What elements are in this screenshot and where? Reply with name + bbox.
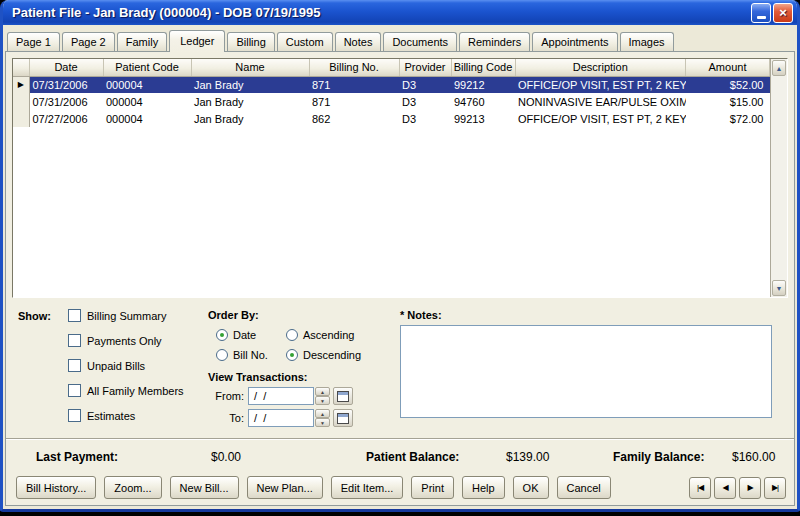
cell-billing-code: 99213 bbox=[451, 110, 515, 127]
print-button[interactable]: Print bbox=[411, 476, 454, 499]
from-date-input[interactable]: / / bbox=[248, 387, 314, 405]
radio-descending[interactable]: Descending bbox=[286, 349, 361, 361]
edit-item-button[interactable]: Edit Item... bbox=[331, 476, 404, 499]
next-record-button[interactable]: ▶ bbox=[739, 477, 761, 499]
cell-billing-no: 862 bbox=[309, 110, 399, 127]
checkbox-option-all-family-members[interactable]: All Family Members bbox=[68, 384, 208, 397]
checkbox-option-estimates[interactable]: Estimates bbox=[68, 409, 208, 422]
help-button[interactable]: Help bbox=[462, 476, 505, 499]
from-date-spinner: ▲ ▼ bbox=[315, 387, 330, 405]
cell-amount: $52.00 bbox=[686, 76, 770, 93]
checkbox-label: Estimates bbox=[87, 410, 135, 422]
column-header-patient-code[interactable]: Patient Code bbox=[103, 59, 191, 76]
cell-name: Jan Brady bbox=[191, 76, 309, 93]
from-calendar-button[interactable] bbox=[333, 387, 353, 405]
table-row[interactable]: 07/27/2006 000004 Jan Brady 862 D3 99213… bbox=[13, 110, 770, 127]
radio-date[interactable]: Date bbox=[216, 329, 286, 341]
panel-filler bbox=[6, 499, 794, 505]
tab-family[interactable]: Family bbox=[117, 32, 167, 51]
to-label: To: bbox=[208, 412, 244, 424]
tab-billing[interactable]: Billing bbox=[227, 32, 274, 51]
tab-appointments[interactable]: Appointments bbox=[532, 32, 617, 51]
new-plan-button[interactable]: New Plan... bbox=[247, 476, 323, 499]
last-payment-value: $0.00 bbox=[211, 450, 241, 464]
to-spin-down-button[interactable]: ▼ bbox=[315, 418, 330, 427]
zoom-button[interactable]: Zoom... bbox=[104, 476, 161, 499]
table-row[interactable]: ▶ 07/31/2006 000004 Jan Brady 871 D3 992… bbox=[13, 76, 770, 93]
calendar-icon bbox=[337, 391, 349, 402]
from-spin-up-button[interactable]: ▲ bbox=[315, 387, 330, 396]
tab-notes[interactable]: Notes bbox=[335, 32, 382, 51]
column-header-provider[interactable]: Provider bbox=[399, 59, 451, 76]
tab-custom[interactable]: Custom bbox=[277, 32, 333, 51]
to-date-spinner: ▲ ▼ bbox=[315, 409, 330, 427]
radio-date-circle[interactable] bbox=[216, 329, 228, 341]
radio-bill-no[interactable]: Bill No. bbox=[216, 349, 286, 361]
column-header-billing-code[interactable]: Billing Code bbox=[451, 59, 515, 76]
radio-bill-no-circle[interactable] bbox=[216, 349, 228, 361]
first-record-button[interactable]: |◀ bbox=[689, 477, 711, 499]
tab-strip: Page 1 Page 2 Family Ledger Billing Cust… bbox=[3, 25, 797, 51]
column-header-description[interactable]: Description bbox=[515, 59, 686, 76]
previous-record-icon: ◀ bbox=[722, 483, 727, 492]
cancel-button[interactable]: Cancel bbox=[557, 476, 611, 499]
bill-history-button[interactable]: Bill History... bbox=[16, 476, 96, 499]
close-icon: × bbox=[779, 6, 787, 19]
cell-description: OFFICE/OP VISIT, EST PT, 2 KEY COMPONENT bbox=[515, 76, 686, 93]
ok-button[interactable]: OK bbox=[513, 476, 549, 499]
ledger-grid: Date Patient Code Name Billing No. Provi… bbox=[12, 58, 788, 298]
radio-descending-circle[interactable] bbox=[286, 349, 298, 361]
checkbox-payments-only[interactable] bbox=[68, 334, 81, 347]
checkbox-estimates[interactable] bbox=[68, 409, 81, 422]
table-row[interactable]: 07/31/2006 000004 Jan Brady 871 D3 94760… bbox=[13, 93, 770, 110]
spin-down-icon: ▼ bbox=[320, 420, 325, 426]
tab-page-2[interactable]: Page 2 bbox=[62, 32, 115, 51]
cell-patient-code: 000004 bbox=[103, 76, 191, 93]
column-header-amount[interactable]: Amount bbox=[686, 59, 770, 76]
cell-billing-no: 871 bbox=[309, 93, 399, 110]
checkbox-option-unpaid-bills[interactable]: Unpaid Bills bbox=[68, 359, 208, 372]
tab-reminders[interactable]: Reminders bbox=[459, 32, 530, 51]
order-by-label: Order By: bbox=[208, 309, 386, 321]
checkbox-all-family-members[interactable] bbox=[68, 384, 81, 397]
notes-textarea[interactable] bbox=[400, 325, 772, 418]
to-date-input[interactable]: / / bbox=[248, 409, 314, 427]
scroll-down-button[interactable]: ▼ bbox=[772, 280, 786, 296]
from-spin-down-button[interactable]: ▼ bbox=[315, 396, 330, 405]
titlebar: Patient File - Jan Brady (000004) - DOB … bbox=[3, 0, 797, 25]
checkbox-option-payments-only[interactable]: Payments Only bbox=[68, 334, 208, 347]
checkbox-unpaid-bills[interactable] bbox=[68, 359, 81, 372]
checkbox-label: All Family Members bbox=[87, 385, 184, 397]
checkbox-billing-summary[interactable] bbox=[68, 309, 81, 322]
tab-documents[interactable]: Documents bbox=[383, 32, 457, 51]
balance-summary: Last Payment: $0.00 Patient Balance: $13… bbox=[6, 440, 794, 472]
column-header-date[interactable]: Date bbox=[29, 59, 103, 76]
scroll-down-icon: ▼ bbox=[776, 285, 783, 292]
vertical-scrollbar[interactable]: ▲ ▼ bbox=[770, 59, 787, 297]
radio-ascending-circle[interactable] bbox=[286, 329, 298, 341]
close-button[interactable]: × bbox=[773, 3, 793, 23]
new-bill-button[interactable]: New Bill... bbox=[170, 476, 239, 499]
current-row-marker: ▶ bbox=[13, 76, 29, 93]
column-header-name[interactable]: Name bbox=[191, 59, 309, 76]
window-title: Patient File - Jan Brady (000004) - DOB … bbox=[12, 5, 749, 20]
to-spin-up-button[interactable]: ▲ bbox=[315, 409, 330, 418]
from-label: From: bbox=[208, 390, 244, 402]
previous-record-button[interactable]: ◀ bbox=[714, 477, 736, 499]
cell-amount: $72.00 bbox=[686, 110, 770, 127]
tab-ledger[interactable]: Ledger bbox=[169, 30, 225, 52]
cell-patient-code: 000004 bbox=[103, 110, 191, 127]
last-record-button[interactable]: ▶| bbox=[764, 477, 786, 499]
to-calendar-button[interactable] bbox=[333, 409, 353, 427]
tab-page-1[interactable]: Page 1 bbox=[7, 32, 60, 51]
next-record-icon: ▶ bbox=[747, 483, 752, 492]
radio-ascending[interactable]: Ascending bbox=[286, 329, 354, 341]
notes-group: * Notes: bbox=[400, 309, 786, 434]
order-by-group: Order By: Date Ascending Bill No. bbox=[208, 309, 386, 434]
patient-balance-label: Patient Balance: bbox=[366, 450, 459, 464]
scroll-up-button[interactable]: ▲ bbox=[772, 60, 786, 76]
column-header-billing-no[interactable]: Billing No. bbox=[309, 59, 399, 76]
tab-images[interactable]: Images bbox=[620, 32, 674, 51]
cell-provider: D3 bbox=[399, 93, 451, 110]
minimize-button[interactable] bbox=[751, 3, 771, 23]
